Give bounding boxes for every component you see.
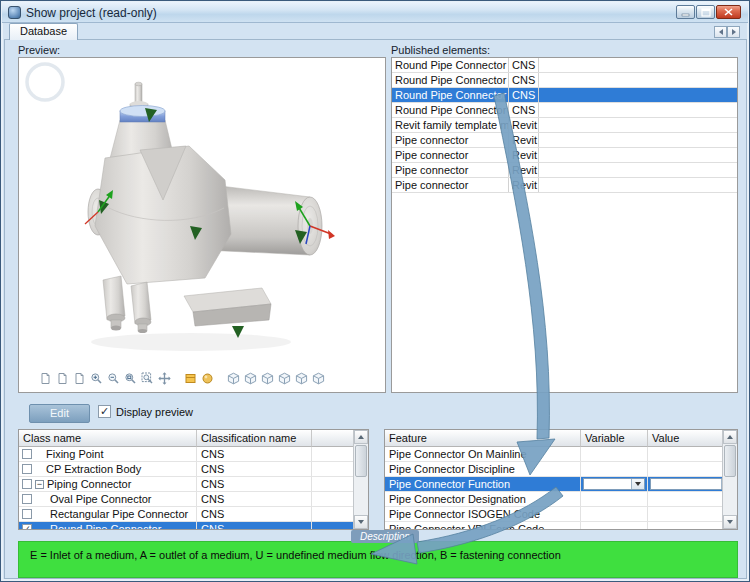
description-group-label: Description [351,530,419,543]
published-row[interactable]: Round Pipe ConnectorCNS [392,103,737,118]
class-name-text: Round Pipe Connector [50,522,161,530]
class-name-text: CP Extraction Body [46,462,141,476]
classification-cell: CNS [197,477,312,491]
front-view-icon[interactable] [242,370,259,387]
feature-name-cell: Pipe Connector VDI Form Code [385,522,581,530]
class-row[interactable]: Fixing PointCNS [19,447,368,462]
published-row[interactable]: Round Pipe ConnectorCNS [392,88,737,103]
class-table: Class name Classification name Fixing Po… [18,429,369,530]
tab-database[interactable]: Database [9,23,78,40]
class-name-text: Piping Connector [47,477,131,491]
variable-cell [581,522,648,530]
row-checkbox[interactable]: ✓ [22,524,32,530]
description-panel: E = Inlet of a medium, A = outlet of a m… [18,541,738,578]
row-checkbox[interactable] [22,479,32,489]
published-element-name: Pipe connector [392,148,509,162]
top-view-icon[interactable] [259,370,276,387]
published-element-name: Round Pipe Connector [392,58,509,72]
row-checkbox[interactable] [22,449,32,459]
preview-viewport[interactable] [18,57,386,393]
zoom-out-icon[interactable] [105,370,122,387]
zoom-fit-icon[interactable] [139,370,156,387]
published-row[interactable]: Round Pipe ConnectorCNS [392,58,737,73]
feature-row[interactable]: Pipe Connector ISOGEN Code [385,507,737,522]
scroll-down-button[interactable] [723,515,737,529]
class-row[interactable]: CP Extraction BodyCNS [19,462,368,477]
feature-row[interactable]: Pipe Connector VDI Form Code [385,522,737,530]
published-element-type: Revit [509,133,539,147]
scroll-up-button[interactable] [354,430,368,444]
class-row[interactable]: −Piping ConnectorCNS [19,477,368,492]
display-preview-label[interactable]: Display preview [116,406,193,418]
open-document-icon[interactable] [54,370,71,387]
published-row[interactable]: Pipe connectorRevit [392,133,737,148]
class-row[interactable]: ✓Round Pipe ConnectorCNS [19,522,368,530]
feature-table-scrollbar[interactable] [722,430,737,529]
row-checkbox[interactable] [22,494,32,504]
class-table-scrollbar[interactable] [353,430,368,529]
maximize-button[interactable] [696,5,715,19]
edit-button[interactable]: Edit [29,404,90,423]
back-view-icon[interactable] [293,370,310,387]
shading-mode-icon[interactable] [182,370,199,387]
class-table-header: Class name Classification name [19,430,368,447]
scroll-up-button[interactable] [723,430,737,444]
pan-icon[interactable] [156,370,173,387]
print-preview-icon[interactable] [71,370,88,387]
published-row[interactable]: Revit family template mappingRevit [392,118,737,133]
published-row[interactable]: Pipe connectorRevit [392,148,737,163]
row-checkbox[interactable] [22,464,32,474]
feature-table: Feature Variable Value Pipe Connector On… [384,429,738,530]
rotate-view-icon[interactable] [310,370,327,387]
class-row-name-cell: Fixing Point [19,447,197,461]
class-row[interactable]: Rectangular Pipe ConnectorCNS [19,507,368,522]
published-element-type: CNS [509,103,539,117]
side-view-icon[interactable] [276,370,293,387]
tab-scroll-left-button[interactable] [714,26,727,38]
feature-row[interactable]: Pipe Connector Discipline [385,462,737,477]
published-element-extra [539,163,737,177]
iso-view-icon[interactable] [225,370,242,387]
arrow-down-icon [727,520,733,524]
class-row-name-cell: Rectangular Pipe Connector [19,507,197,521]
feature-header[interactable]: Feature [385,430,581,447]
published-elements-label: Published elements: [391,44,490,56]
variable-header[interactable]: Variable [581,430,648,447]
scrollbar-thumb[interactable] [724,445,736,477]
published-element-type: Revit [509,163,539,177]
feature-row[interactable]: Pipe Connector Designation [385,492,737,507]
maximize-icon [701,8,711,17]
new-document-icon[interactable] [37,370,54,387]
variable-combobox[interactable] [583,478,645,490]
tab-scroll-right-button[interactable] [727,26,740,38]
display-preview-checkbox[interactable]: ✓ [98,405,111,418]
dropdown-arrow-icon[interactable] [631,479,644,489]
row-checkbox[interactable] [22,509,32,519]
published-element-name: Round Pipe Connector [392,88,509,102]
minimize-button[interactable] [676,5,695,19]
class-row[interactable]: Oval Pipe ConnectorCNS [19,492,368,507]
feature-row[interactable]: Pipe Connector Function [385,477,737,492]
published-table: Round Pipe ConnectorCNSRound Pipe Connec… [391,57,738,393]
zoom-in-icon[interactable] [88,370,105,387]
classification-cell: CNS [197,447,312,461]
material-render-icon[interactable] [199,370,216,387]
zoom-window-icon[interactable] [122,370,139,387]
class-row-name-cell: −Piping Connector [19,477,197,491]
close-button[interactable] [716,5,741,19]
feature-row[interactable]: Pipe Connector On Mainline [385,447,737,462]
close-icon [724,8,733,16]
tree-collapse-icon[interactable]: − [35,480,44,489]
arrow-up-icon [727,435,733,439]
published-row[interactable]: Round Pipe ConnectorCNS [392,73,737,88]
published-element-extra [539,133,737,147]
scroll-down-button[interactable] [354,515,368,529]
classification-name-header[interactable]: Classification name [197,430,312,447]
class-name-header[interactable]: Class name [19,430,197,447]
published-row[interactable]: Pipe connectorRevit [392,163,737,178]
titlebar[interactable]: Show project (read-only) [2,2,748,23]
scrollbar-thumb[interactable] [355,445,367,477]
feature-name-cell: Pipe Connector ISOGEN Code [385,507,581,521]
published-row[interactable]: Pipe connectorRevit [392,178,737,193]
preview-3d-model[interactable] [19,58,385,392]
